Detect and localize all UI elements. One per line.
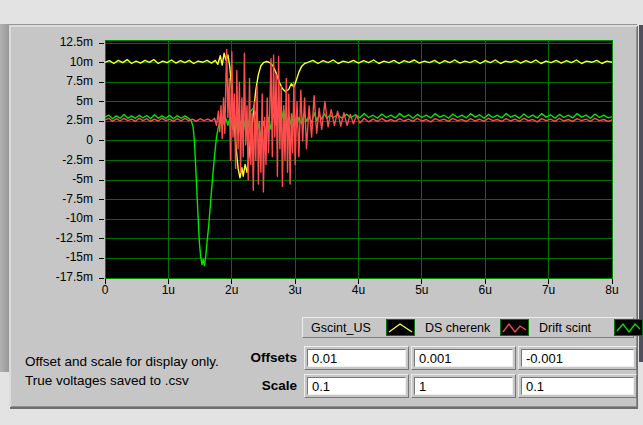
y-tick-label: 0 [29,133,93,148]
y-tick-label: 10m [29,55,93,70]
waveform-glyph-icon[interactable] [614,319,643,336]
scale-field-2-frame [411,374,516,398]
waveform-glyph-icon[interactable] [500,319,529,336]
main-panel: 12.5m10m7.5m5m2.5m0-2.5m-5m-7.5m-10m-12.… [9,24,637,407]
window-left-edge [0,24,9,372]
scale-field-3-frame [518,374,637,398]
offset-field-3-frame [518,346,637,370]
y-tick-label: 2.5m [29,113,93,128]
scale-field-1-frame [304,374,409,398]
legend-item-drift-scint: Drift scint [539,319,643,336]
offsets-row [9,346,637,370]
legend-label: Drift scint [539,321,609,335]
plot-legend: Gscint_US DS cherenk Drift scint [302,317,634,338]
scale-input-drift-scint[interactable] [521,377,634,395]
legend-label: DS cherenk [425,321,495,335]
y-tick-label: 7.5m [29,74,93,89]
offset-input-ds-cherenk[interactable] [414,349,513,367]
scale-row [9,374,637,398]
legend-item-ds-cherenk: DS cherenk [425,319,539,336]
y-tick-label: 5m [29,94,93,109]
scale-input-ds-cherenk[interactable] [414,377,513,395]
waveform-glyph-icon[interactable] [386,319,415,336]
scale-input-gscint-us[interactable] [307,377,406,395]
y-tick-label: -17.5m [29,270,93,285]
legend-item-gscint-us: Gscint_US [311,319,425,336]
offset-input-gscint-us[interactable] [307,349,406,367]
y-tick-label: -12.5m [29,231,93,246]
y-tick-label: 12.5m [29,35,93,50]
y-tick-label: -15m [29,250,93,265]
legend-label: Gscint_US [311,321,381,335]
offset-field-1-frame [304,346,409,370]
y-tick-label: -2.5m [29,153,93,168]
front-panel: { "info": { "line1": "Offset and scale f… [0,0,643,425]
y-tick-label: -10m [29,211,93,226]
offset-field-2-frame [411,346,516,370]
waveform-graph [99,37,619,287]
window-right-edge [639,25,643,362]
offset-input-drift-scint[interactable] [521,349,634,367]
y-tick-label: -5m [29,172,93,187]
y-tick-label: -7.5m [29,192,93,207]
